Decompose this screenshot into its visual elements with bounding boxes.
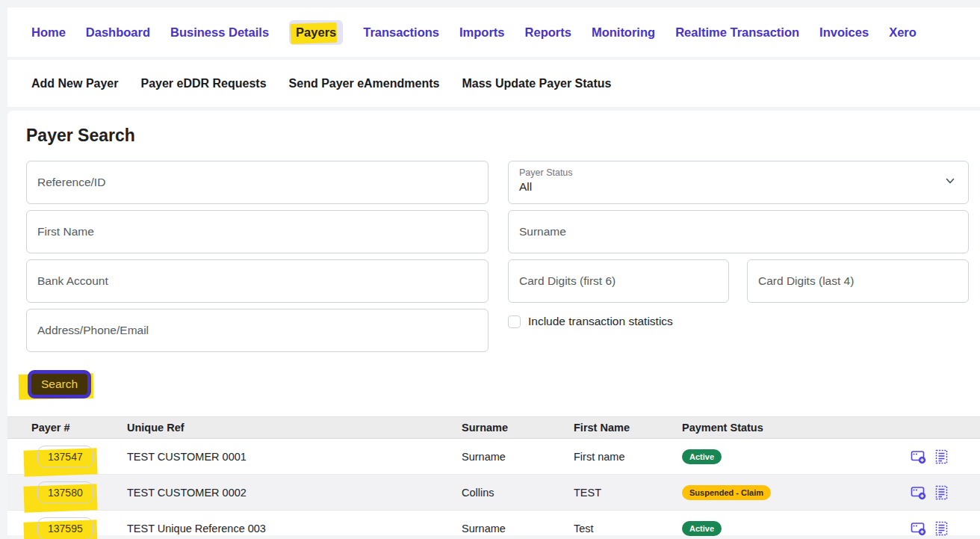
nav-item-invoices[interactable]: Invoices — [819, 25, 869, 40]
nav-item-imports[interactable]: Imports — [459, 25, 505, 40]
unique-ref-cell: TEST CUSTOMER 0002 — [127, 487, 462, 499]
subnav-send-payer-eamendments[interactable]: Send Payer eAmendments — [289, 77, 440, 90]
add-payment-card-icon[interactable] — [911, 449, 927, 465]
first-name-cell: TEST — [574, 487, 682, 499]
address-phone-email-input[interactable] — [26, 309, 489, 352]
payer-search-panel: Payer Search Payer Status All — [7, 111, 980, 535]
payers-subnav: Add New Payer Payer eDDR Requests Send P… — [7, 60, 980, 107]
payer-results-table: Payer # Unique Ref Surname First Name Pa… — [7, 416, 980, 539]
header-first-name: First Name — [574, 422, 682, 434]
nav-item-home[interactable]: Home — [31, 25, 66, 40]
payer-status-label: Payer Status — [519, 167, 938, 178]
nav-item-reports[interactable]: Reports — [525, 25, 571, 40]
header-surname: Surname — [462, 422, 574, 434]
header-payer-no: Payer # — [31, 422, 127, 434]
subnav-add-new-payer[interactable]: Add New Payer — [31, 77, 118, 90]
nav-item-payers[interactable]: Payers — [289, 20, 343, 45]
header-payment-status: Payment Status — [682, 422, 906, 434]
first-name-input[interactable] — [26, 210, 489, 253]
payer-status-value: All — [519, 180, 938, 194]
reference-id-input[interactable] — [26, 161, 489, 204]
status-badge: Active — [682, 449, 722, 464]
surname-cell: Collins — [462, 487, 574, 499]
card-last4-input[interactable] — [747, 259, 969, 303]
status-badge: Active — [682, 521, 722, 536]
include-stats-label[interactable]: Include transaction statistics — [528, 315, 673, 328]
add-payment-card-icon[interactable] — [911, 484, 927, 501]
nav-item-monitoring[interactable]: Monitoring — [592, 25, 655, 40]
table-row: 137547 TEST CUSTOMER 0001 Surname First … — [7, 439, 980, 475]
nav-item-transactions[interactable]: Transactions — [363, 25, 439, 40]
bank-account-input[interactable] — [26, 259, 489, 303]
payer-number-link[interactable]: 137595 — [37, 517, 93, 539]
subnav-mass-update-payer-status[interactable]: Mass Update Payer Status — [462, 77, 611, 90]
table-row: 137580 TEST CUSTOMER 0002 Collins TEST S… — [7, 475, 980, 511]
payer-number-link[interactable]: 137547 — [37, 446, 93, 468]
nav-item-xero[interactable]: Xero — [889, 25, 917, 40]
receipt-icon[interactable] — [934, 520, 950, 537]
search-button-area: Search — [26, 372, 123, 404]
unique-ref-cell: TEST CUSTOMER 0001 — [127, 451, 462, 463]
nav-item-business-details[interactable]: Business Details — [170, 25, 269, 40]
page-title: Payer Search — [26, 126, 980, 146]
include-stats-row: Include transaction statistics — [508, 315, 969, 328]
surname-cell: Surname — [462, 451, 574, 463]
table-row: 137595 TEST Unique Reference 003 Surname… — [7, 511, 980, 539]
add-payment-card-icon[interactable] — [911, 520, 927, 537]
status-badge: Suspended - Claim — [682, 485, 771, 500]
main-navbar: Home Dashboard Business Details Payers T… — [7, 7, 980, 57]
subnav-payer-eddr-requests[interactable]: Payer eDDR Requests — [140, 77, 266, 90]
include-stats-checkbox[interactable] — [508, 315, 521, 328]
chevron-down-icon — [944, 175, 956, 190]
form-left-column — [26, 161, 489, 358]
surname-input[interactable] — [508, 210, 969, 253]
first-name-cell: Test — [574, 523, 682, 535]
unique-ref-cell: TEST Unique Reference 003 — [127, 523, 462, 535]
receipt-icon[interactable] — [934, 449, 950, 465]
form-right-column: Payer Status All Include transaction sta… — [508, 161, 969, 358]
payer-number-link[interactable]: 137580 — [37, 481, 93, 504]
payer-status-select[interactable]: Payer Status All — [508, 161, 969, 204]
header-unique-ref: Unique Ref — [127, 422, 462, 434]
first-name-cell: First name — [574, 451, 682, 463]
card-digits-row — [508, 259, 969, 309]
surname-cell: Surname — [462, 523, 574, 535]
nav-item-realtime-transaction[interactable]: Realtime Transaction — [675, 25, 799, 40]
table-header-row: Payer # Unique Ref Surname First Name Pa… — [7, 416, 980, 439]
card-first6-input[interactable] — [508, 259, 729, 303]
nav-item-label: Payers — [296, 25, 336, 39]
receipt-icon[interactable] — [934, 484, 950, 501]
search-button[interactable]: Search — [28, 370, 91, 398]
search-form: Payer Status All Include transaction sta… — [26, 161, 969, 358]
nav-item-dashboard[interactable]: Dashboard — [86, 25, 150, 40]
